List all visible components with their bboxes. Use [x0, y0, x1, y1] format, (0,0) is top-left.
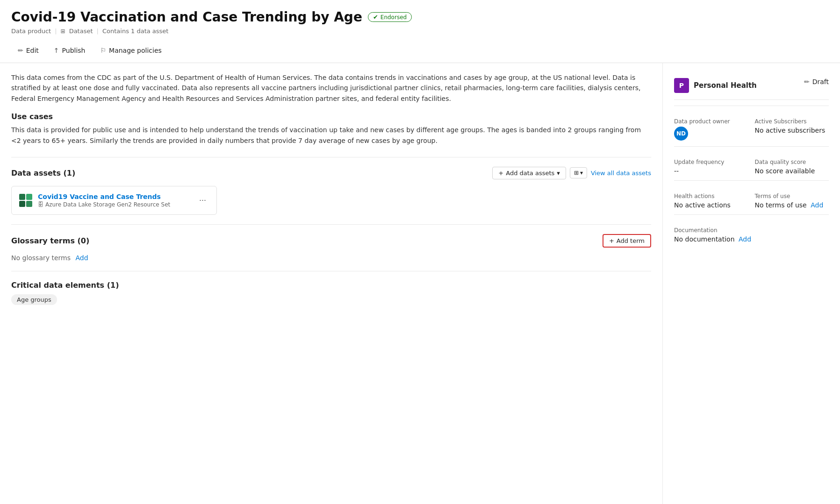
- grid-chevron-icon: ▾: [580, 170, 583, 176]
- add-term-label: Add term: [617, 237, 645, 244]
- owner-label: Data product owner: [674, 118, 748, 125]
- documentation-text: No documentation: [674, 235, 735, 243]
- manage-policies-label: Manage policies: [109, 47, 162, 54]
- asset-type-text: Azure Data Lake Storage Gen2 Resource Se…: [45, 201, 170, 208]
- add-term-button[interactable]: + Add term: [603, 234, 651, 248]
- terms-label: Terms of use: [755, 193, 829, 199]
- age-groups-tag: Age groups: [11, 294, 57, 305]
- critical-elements-section: Critical data elements (1) Age groups: [11, 281, 651, 305]
- asset-name[interactable]: Covid19 Vaccine and Case Trends: [38, 193, 170, 200]
- publish-icon: ↑: [54, 47, 59, 54]
- publish-label: Publish: [62, 47, 86, 54]
- ph-icon-text: P: [679, 82, 684, 89]
- terms-col: Terms of use No terms of use Add: [755, 186, 829, 209]
- subscribers-value: No active subscribers: [755, 127, 829, 134]
- data-assets-actions: + Add data assets ▾ ⊞ ▾ View all data as…: [492, 167, 651, 179]
- left-panel: This data comes from the CDC as part of …: [0, 63, 662, 504]
- data-assets-title: Data assets (1): [11, 169, 75, 177]
- personal-health-row: P Personal Health: [674, 78, 757, 93]
- edit-button[interactable]: ✏ Edit: [11, 44, 45, 57]
- documentation-value: No documentation Add: [674, 235, 829, 243]
- endorsed-label: Endorsed: [381, 14, 407, 21]
- quality-col: Data quality score No score available: [755, 152, 829, 175]
- meta-category: Dataset: [69, 28, 93, 35]
- view-all-data-assets-link[interactable]: View all data assets: [591, 170, 651, 177]
- health-actions-value: No active actions: [674, 201, 748, 209]
- endorsed-check-icon: ✔: [373, 14, 378, 21]
- draft-label: Draft: [812, 78, 829, 85]
- plus-icon: +: [498, 170, 503, 177]
- data-asset-card: Covid19 Vaccine and Case Trends 🗄 Azure …: [11, 186, 217, 215]
- glossary-no-items: No glossary terms Add: [11, 254, 651, 262]
- grid-icon: ⊞: [574, 170, 579, 176]
- health-terms-section: Health actions No active actions Terms o…: [674, 181, 829, 215]
- update-label: Update frequency: [674, 159, 748, 165]
- personal-health-icon: P: [674, 78, 689, 93]
- glossary-header: Glossary terms (0) + Add term: [11, 234, 651, 248]
- right-panel: P Personal Health ✏ Draft Data product o…: [662, 63, 840, 504]
- main-content: This data comes from the CDC as part of …: [0, 63, 840, 504]
- endorsed-badge: ✔ Endorsed: [368, 12, 412, 22]
- personal-health-name: Personal Health: [694, 81, 757, 90]
- add-term-plus-icon: +: [609, 237, 614, 244]
- health-actions-label: Health actions: [674, 193, 748, 199]
- title-row: Covid-19 Vaccination and Case Trending b…: [11, 9, 829, 25]
- publish-button[interactable]: ↑ Publish: [47, 44, 92, 57]
- use-cases-text: This data is provided for public use and…: [11, 125, 651, 146]
- divider3: [11, 271, 651, 271]
- update-value: --: [674, 167, 748, 175]
- meta-type: Data product: [11, 28, 51, 35]
- meta-row: Data product | ⊞ Dataset | Contains 1 da…: [11, 28, 829, 35]
- asset-more-button[interactable]: ···: [196, 194, 209, 206]
- no-glossary-text: No glossary terms: [11, 254, 71, 262]
- quality-value: No score available: [755, 167, 829, 175]
- edit-label: Edit: [26, 47, 39, 54]
- asset-info: Covid19 Vaccine and Case Trends 🗄 Azure …: [38, 193, 170, 208]
- draft-row: ✏ Draft: [804, 78, 829, 85]
- page-title: Covid-19 Vaccination and Case Trending b…: [11, 9, 362, 25]
- page: Covid-19 Vaccination and Case Trending b…: [0, 0, 840, 504]
- data-assets-header: Data assets (1) + Add data assets ▾ ⊞ ▾ …: [11, 167, 651, 179]
- quality-label: Data quality score: [755, 159, 829, 165]
- storage-icon: 🗄: [38, 201, 43, 208]
- dataset-icon: ⊞: [61, 28, 65, 35]
- asset-type-icon: [19, 194, 32, 207]
- owner-avatar: ND: [674, 127, 688, 141]
- asset-type-label: 🗄 Azure Data Lake Storage Gen2 Resource …: [38, 201, 170, 208]
- add-assets-label: Add data assets: [506, 170, 554, 177]
- manage-policies-icon: ⚐: [101, 47, 107, 54]
- description-text: This data comes from the CDC as part of …: [11, 72, 651, 104]
- documentation-label: Documentation: [674, 227, 829, 234]
- glossary-actions: + Add term: [603, 234, 651, 248]
- owner-col: Data product owner ND: [674, 112, 748, 141]
- draft-icon: ✏: [804, 78, 810, 85]
- meta-sep2: |: [97, 28, 99, 35]
- subscribers-col: Active Subscribers No active subscribers: [755, 112, 829, 141]
- use-cases-heading: Use cases: [11, 112, 651, 121]
- critical-tags: Age groups: [11, 290, 651, 305]
- toolbar: ✏ Edit ↑ Publish ⚐ Manage policies: [0, 41, 840, 63]
- meta-assets: Contains 1 data asset: [102, 28, 169, 35]
- manage-policies-button[interactable]: ⚐ Manage policies: [94, 44, 168, 57]
- critical-elements-title: Critical data elements (1): [11, 281, 651, 290]
- divider1: [11, 157, 651, 157]
- data-asset-inner: Covid19 Vaccine and Case Trends 🗄 Azure …: [19, 193, 170, 208]
- health-col: Health actions No active actions: [674, 186, 748, 209]
- update-col: Update frequency --: [674, 152, 748, 175]
- add-data-assets-button[interactable]: + Add data assets ▾: [492, 167, 566, 179]
- terms-text: No terms of use: [755, 201, 807, 209]
- update-quality-section: Update frequency -- Data quality score N…: [674, 147, 829, 181]
- header: Covid-19 Vaccination and Case Trending b…: [0, 0, 840, 41]
- meta-sep1: |: [55, 28, 57, 35]
- glossary-add-link[interactable]: Add: [76, 254, 88, 262]
- divider2: [11, 224, 651, 225]
- subscribers-label: Active Subscribers: [755, 118, 829, 125]
- terms-add-link[interactable]: Add: [811, 201, 823, 209]
- documentation-add-link[interactable]: Add: [739, 235, 751, 243]
- grid-view-button[interactable]: ⊞ ▾: [570, 167, 587, 178]
- glossary-title: Glossary terms (0): [11, 236, 89, 245]
- chevron-down-icon: ▾: [557, 170, 560, 177]
- right-top: P Personal Health ✏ Draft: [674, 78, 829, 100]
- documentation-section: Documentation No documentation Add: [674, 215, 829, 248]
- right-domain-section: P Personal Health ✏ Draft: [674, 72, 829, 106]
